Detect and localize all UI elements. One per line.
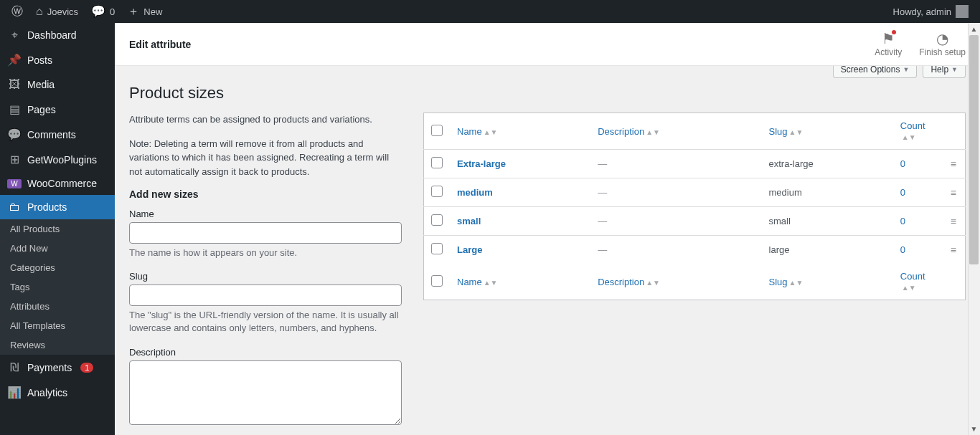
- submenu-attributes[interactable]: Attributes: [0, 297, 115, 316]
- name-label: Name: [129, 209, 402, 219]
- new-content-link[interactable]: ＋New: [122, 0, 168, 23]
- row-checkbox[interactable]: [431, 243, 443, 254]
- chart-icon: 📊: [7, 386, 22, 399]
- finish-setup-label: Finish setup: [919, 47, 966, 57]
- scroll-up-icon[interactable]: ▲: [968, 23, 980, 35]
- col-name-footer[interactable]: Name▲▼: [450, 264, 590, 300]
- menu-media[interactable]: 🖾Media: [0, 72, 115, 97]
- col-description-header[interactable]: Description▲▼: [590, 113, 761, 150]
- slug-label: Slug: [129, 271, 402, 282]
- site-home-link[interactable]: ⌂Joevics: [30, 0, 84, 23]
- select-all-checkbox[interactable]: [431, 125, 443, 136]
- woo-icon: W: [7, 179, 22, 188]
- term-count-link[interactable]: 0: [900, 244, 905, 255]
- plus-icon: ＋: [128, 6, 139, 17]
- note-text: Note: Deleting a term will remove it fro…: [129, 137, 402, 179]
- menu-label: WooCommerce: [27, 178, 97, 189]
- site-name: Joevics: [47, 6, 78, 17]
- col-slug-footer[interactable]: Slug▲▼: [762, 264, 893, 300]
- screen-options-tab[interactable]: Screen Options▼: [833, 66, 918, 78]
- page-icon: ▤: [7, 102, 22, 116]
- col-count-header[interactable]: Count▲▼: [893, 113, 943, 150]
- col-count-footer[interactable]: Count▲▼: [893, 264, 943, 300]
- select-all-checkbox-footer[interactable]: [431, 275, 443, 287]
- term-count-link[interactable]: 0: [900, 216, 905, 226]
- menu-woocommerce[interactable]: WWooCommerce: [0, 172, 115, 195]
- media-icon: 🖾: [7, 78, 22, 91]
- sort-icon: ▲▼: [902, 286, 916, 290]
- sort-icon: ▲▼: [646, 130, 660, 135]
- activity-button[interactable]: ⚑ Activity: [875, 32, 902, 57]
- page-title: Product sizes: [129, 84, 966, 102]
- comment-icon: 💬: [91, 6, 105, 17]
- drag-handle-icon[interactable]: ≡: [951, 158, 955, 170]
- menu-getwooplugins[interactable]: ⊞GetWooPlugins: [0, 147, 115, 172]
- help-tab[interactable]: Help▼: [923, 66, 966, 78]
- term-slug: small: [762, 207, 893, 236]
- submenu-categories[interactable]: Categories: [0, 258, 115, 277]
- name-hint: The name is how it appears on your site.: [129, 247, 402, 259]
- col-description-footer[interactable]: Description▲▼: [590, 264, 761, 300]
- scrollbar[interactable]: ▲ ▼: [968, 23, 980, 435]
- scroll-thumb[interactable]: [969, 35, 979, 264]
- term-name-link[interactable]: medium: [457, 187, 493, 198]
- term-count-link[interactable]: 0: [900, 158, 905, 169]
- products-submenu: All Products Add New Categories Tags Att…: [0, 219, 115, 355]
- wordpress-icon: ⓦ: [11, 6, 23, 17]
- drag-handle-icon[interactable]: ≡: [951, 187, 955, 199]
- menu-pages[interactable]: ▤Pages: [0, 97, 115, 122]
- row-checkbox[interactable]: [431, 186, 443, 197]
- drag-handle-icon[interactable]: ≡: [951, 244, 955, 256]
- menu-analytics[interactable]: 📊Analytics: [0, 380, 115, 405]
- scroll-down-icon[interactable]: ▼: [968, 423, 980, 435]
- table-row: Extra-large—extra-large0≡: [424, 150, 966, 178]
- row-checkbox[interactable]: [431, 214, 443, 226]
- terms-table: Name▲▼ Description▲▼ Slug▲▼ Count▲▼ Extr…: [423, 113, 966, 300]
- comments-count: 0: [110, 6, 115, 17]
- home-icon: ⌂: [36, 6, 43, 17]
- submenu-all-templates[interactable]: All Templates: [0, 316, 115, 335]
- wp-logo[interactable]: ⓦ: [6, 0, 29, 23]
- menu-label: Media: [27, 79, 55, 90]
- term-description: —: [598, 187, 607, 198]
- table-row: medium—medium0≡: [424, 178, 966, 207]
- activity-label: Activity: [875, 47, 902, 57]
- term-description: —: [598, 244, 607, 255]
- submenu-reviews[interactable]: Reviews: [0, 335, 115, 355]
- menu-label: Comments: [27, 129, 76, 140]
- my-account-link[interactable]: Howdy, admin: [887, 0, 974, 23]
- submenu-add-new[interactable]: Add New: [0, 239, 115, 258]
- grid-icon: ⊞: [7, 153, 22, 166]
- term-name-link[interactable]: small: [457, 216, 481, 226]
- submenu-all-products[interactable]: All Products: [0, 219, 115, 239]
- content-area: Edit attribute ⚑ Activity ◔ Finish setup…: [115, 23, 980, 435]
- comments-link[interactable]: 💬0: [85, 0, 121, 23]
- drag-handle-icon[interactable]: ≡: [951, 216, 955, 227]
- menu-label: Dashboard: [27, 29, 77, 41]
- menu-posts[interactable]: 📌Posts: [0, 47, 115, 72]
- submenu-tags[interactable]: Tags: [0, 277, 115, 297]
- term-name-link[interactable]: Extra-large: [457, 158, 506, 169]
- menu-label: Posts: [27, 54, 52, 66]
- row-checkbox[interactable]: [431, 157, 443, 168]
- sort-icon: ▲▼: [646, 281, 660, 285]
- menu-dashboard[interactable]: ⌖Dashboard: [0, 23, 115, 47]
- menu-payments[interactable]: ₪Payments1: [0, 355, 115, 380]
- slug-input[interactable]: [129, 285, 402, 306]
- description-textarea[interactable]: [129, 360, 402, 425]
- col-name-header[interactable]: Name▲▼: [450, 113, 590, 150]
- col-slug-header[interactable]: Slug▲▼: [762, 113, 893, 150]
- avatar: [956, 5, 969, 18]
- form-heading: Add new sizes: [129, 188, 402, 200]
- name-input[interactable]: [129, 222, 402, 244]
- term-slug: large: [762, 236, 893, 264]
- howdy-text: Howdy, admin: [893, 6, 951, 17]
- chevron-down-icon: ▼: [951, 66, 958, 73]
- sort-icon: ▲▼: [484, 130, 498, 135]
- menu-products[interactable]: 🗀Products: [0, 195, 115, 219]
- finish-setup-button[interactable]: ◔ Finish setup: [919, 32, 966, 57]
- term-count-link[interactable]: 0: [900, 187, 905, 198]
- term-name-link[interactable]: Large: [457, 244, 482, 255]
- menu-comments[interactable]: 💬Comments: [0, 122, 115, 147]
- payments-icon: ₪: [7, 360, 22, 374]
